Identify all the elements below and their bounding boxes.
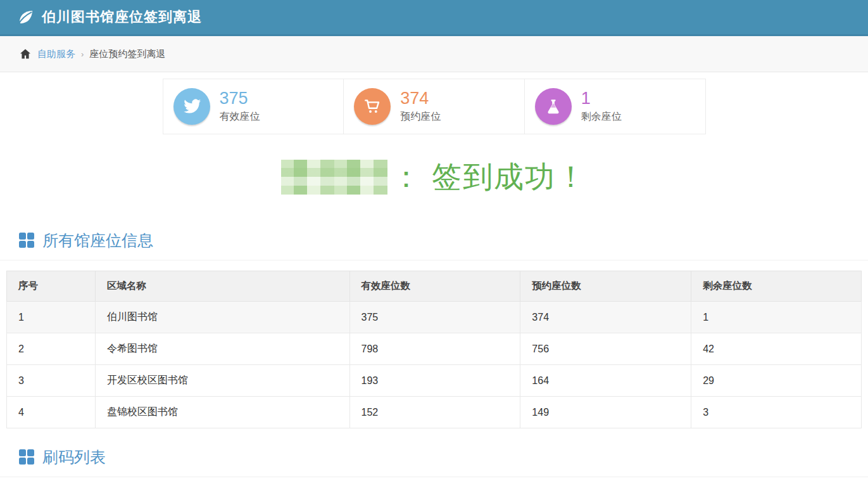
stat-card-reserved-seats: 374 预约座位 (343, 79, 524, 134)
stat-value-remaining: 1 (581, 89, 622, 108)
table-row: 2 令希图书馆 798 756 42 (7, 333, 862, 365)
table-header-row: 序号 区域名称 有效座位数 预约座位数 剩余座位数 (7, 271, 862, 302)
page-title: 伯川图书馆座位签到离退 (42, 8, 202, 27)
stat-label-valid: 有效座位 (220, 110, 260, 124)
stat-card-remaining-seats: 1 剩余座位 (524, 79, 705, 134)
col-header-remaining: 剩余座位数 (691, 271, 862, 302)
cell-index: 4 (7, 397, 96, 428)
checkin-message: ： 签到成功！ (0, 155, 868, 199)
col-header-index: 序号 (7, 271, 96, 302)
cell-index: 1 (7, 302, 96, 333)
stat-value-valid: 375 (220, 89, 260, 108)
stat-label-remaining: 剩余座位 (581, 110, 622, 124)
cell-reserved: 374 (520, 302, 691, 333)
cell-remaining: 42 (691, 333, 862, 365)
breadcrumb: 自助服务 › 座位预约签到离退 (0, 36, 868, 72)
table-row: 1 伯川图书馆 375 374 1 (7, 302, 862, 333)
leaf-icon (16, 8, 34, 26)
stat-card-valid-seats: 375 有效座位 (163, 79, 344, 134)
stat-label-reserved: 预约座位 (400, 110, 441, 124)
cell-valid: 193 (349, 365, 520, 397)
cell-area: 令希图书馆 (95, 333, 349, 365)
flask-icon (535, 88, 572, 125)
seat-info-table: 序号 区域名称 有效座位数 预约座位数 剩余座位数 1 伯川图书馆 375 37… (6, 271, 862, 428)
cell-reserved: 164 (520, 365, 691, 397)
grid-icon (19, 233, 34, 248)
col-header-area: 区域名称 (95, 271, 349, 302)
cell-remaining: 1 (691, 302, 862, 333)
cell-valid: 798 (349, 333, 520, 365)
cell-index: 3 (7, 365, 96, 397)
stat-value-reserved: 374 (400, 89, 441, 108)
breadcrumb-link-self-service[interactable]: 自助服务 (37, 48, 75, 60)
table-row: 4 盘锦校区图书馆 152 149 3 (7, 397, 862, 428)
home-icon[interactable] (19, 48, 32, 60)
section-title-seat-info: 所有馆座位信息 (0, 229, 868, 260)
twitter-bird-icon (173, 88, 210, 125)
cell-valid: 375 (349, 302, 520, 333)
breadcrumb-current: 座位预约签到离退 (89, 48, 165, 60)
stats-row: 375 有效座位 374 预约座位 1 剩余座位 (163, 79, 706, 134)
breadcrumb-separator: › (81, 49, 84, 59)
checkin-success-text: ： 签到成功！ (391, 157, 587, 197)
cell-reserved: 149 (520, 397, 691, 428)
app-header: 伯川图书馆座位签到离退 (0, 0, 868, 36)
cell-remaining: 3 (691, 397, 862, 428)
cell-index: 2 (7, 333, 96, 365)
cell-remaining: 29 (691, 365, 862, 397)
cell-area: 伯川图书馆 (95, 302, 349, 333)
cell-area: 开发区校区图书馆 (95, 365, 349, 397)
shopping-cart-icon (354, 88, 391, 125)
cell-reserved: 756 (520, 333, 691, 365)
section-seat-info-label: 所有馆座位信息 (42, 229, 153, 251)
table-row: 3 开发区校区图书馆 193 164 29 (7, 365, 862, 397)
col-header-reserved: 预约座位数 (520, 271, 691, 302)
section-scan-list-label: 刷码列表 (42, 446, 106, 468)
redacted-user-name (281, 160, 387, 195)
cell-valid: 152 (349, 397, 520, 428)
grid-icon (19, 449, 34, 465)
section-title-scan-list: 刷码列表 (0, 446, 868, 477)
cell-area: 盘锦校区图书馆 (95, 397, 349, 428)
col-header-valid: 有效座位数 (349, 271, 520, 302)
